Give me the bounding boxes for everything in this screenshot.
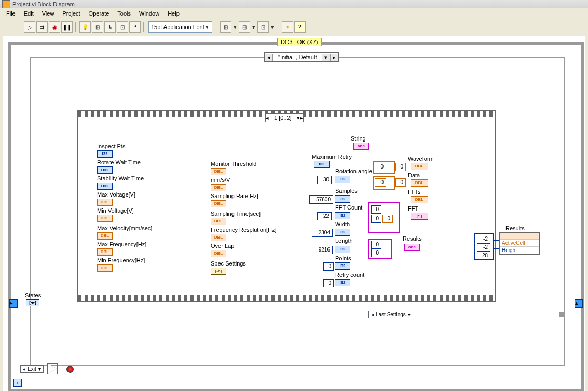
cleanup-button[interactable]: ✦ (282, 21, 293, 33)
term-maxretry[interactable]: I32 (314, 161, 330, 168)
shift-right[interactable]: ▴ (575, 299, 583, 308)
lbl-minv: Min Voltage[V] (97, 207, 134, 214)
term-minv[interactable]: DBL (97, 215, 113, 222)
lbl-spec: Spec Settings (211, 260, 246, 267)
distribute-button[interactable]: ⊟ (239, 21, 250, 33)
case-structure[interactable]: ◂"Initial", Default▾▸ ◂1 [0..2]▾▸ Inspec… (30, 57, 565, 366)
run-cont-button[interactable]: ⇉ (36, 21, 48, 33)
term-data[interactable]: DBL (411, 179, 428, 187)
term-inspect[interactable]: I32 (97, 150, 113, 158)
highlight-button[interactable]: 💡 (79, 21, 91, 33)
lbl-results: Results (505, 225, 525, 231)
case-selector[interactable]: ◂"Initial", Default▾▸ (264, 52, 339, 62)
cluster-results[interactable]: 0 0 (368, 239, 392, 259)
term-maxvel[interactable]: DBL (97, 232, 113, 240)
app-icon (2, 0, 10, 8)
seq-selector[interactable]: ◂1 [0..2]▾▸ (265, 113, 304, 122)
tunnel-right[interactable] (559, 312, 564, 317)
term-stability[interactable]: U32 (97, 183, 113, 190)
local-exit[interactable]: ◂Exit▾ (20, 365, 44, 373)
reorder-button[interactable]: ⊡ (257, 21, 269, 33)
term-ffts[interactable]: DBL (411, 196, 428, 203)
term-samp[interactable]: DBL (211, 200, 226, 207)
term-fft[interactable]: [::] (411, 213, 428, 220)
lbl-ffts: FFTs (408, 189, 420, 195)
const-22[interactable]: 22 (317, 212, 332, 220)
term-points[interactable]: I32 (335, 262, 350, 270)
font-combo[interactable]: 15pt Application Font▾ (148, 21, 212, 33)
term-freq[interactable]: DBL (211, 234, 226, 241)
step-over-button[interactable]: ⊡ (117, 21, 128, 33)
term-rotangle[interactable]: I32 (335, 176, 350, 183)
const-m2b: -2 (477, 243, 490, 252)
const-0p[interactable]: 0 (323, 262, 334, 271)
term-samples[interactable]: I32 (335, 196, 350, 203)
const-57600[interactable]: 57600 (309, 196, 333, 204)
const-9216[interactable]: 9216 (312, 246, 333, 254)
term-minf[interactable]: DBL (97, 264, 113, 272)
toolbar: ▷ ⇉ ◉ ❚❚ 💡 ⊞ ↳ ⊡ ↱ 15pt Application Font… (0, 19, 588, 35)
property-node-results[interactable]: ActiveCell Height (499, 232, 540, 255)
cluster-coords[interactable]: -2 -2 28 (474, 233, 494, 260)
cluster-data-const[interactable]: 0 (373, 176, 395, 190)
const-2304[interactable]: 2304 (312, 229, 333, 237)
film-bottom (78, 295, 495, 301)
term-width[interactable]: I32 (335, 229, 350, 236)
term-length[interactable]: I32 (335, 246, 350, 253)
const-0w[interactable]: 0 (395, 163, 406, 171)
term-rotate[interactable]: U32 (97, 166, 113, 174)
window-title: Project.vi Block Diagram (12, 1, 75, 7)
prop-height[interactable]: Height (500, 247, 539, 254)
term-states[interactable]: [◂▸] (26, 299, 39, 306)
align-button[interactable]: ⊞ (220, 21, 231, 33)
lbl-points: Points (335, 255, 351, 261)
term-string[interactable]: abc (353, 143, 369, 150)
wire-states-v (15, 303, 15, 369)
abort-button[interactable]: ◉ (49, 21, 60, 33)
help-button[interactable]: ? (294, 21, 306, 33)
menu-operate[interactable]: Operate (85, 9, 114, 18)
retain-button[interactable]: ⊞ (92, 21, 103, 33)
term-fftcount[interactable]: I32 (335, 212, 350, 219)
step-into-button[interactable]: ↳ (104, 21, 116, 33)
const-0r[interactable]: 0 (323, 279, 334, 287)
shift-left[interactable]: ▸ (9, 299, 18, 308)
stop-terminal[interactable] (66, 366, 74, 373)
lbl-maxvel: Max Velocity[mm/sec] (97, 225, 152, 231)
menu-file[interactable]: File (2, 9, 20, 18)
const-0d[interactable]: 0 (395, 178, 406, 187)
lbl-retrycnt: Retry count (335, 272, 364, 278)
while-loop[interactable]: DO3 : OK (X7) ▸ ▴ ◂"Initial", Default▾▸ … (8, 42, 584, 391)
iteration-terminal[interactable]: i (13, 379, 22, 387)
wire-states (15, 303, 26, 303)
cluster-waveform-const[interactable]: 0 (373, 161, 395, 174)
menu-help[interactable]: Help (163, 9, 184, 18)
term-waveform[interactable]: DBL (411, 163, 428, 170)
term-retrycnt[interactable]: I32 (335, 279, 350, 286)
pause-button[interactable]: ❚❚ (61, 21, 73, 33)
local-last-settings[interactable]: ◂Last Settings▾ (368, 311, 413, 318)
menu-window[interactable]: Window (135, 9, 163, 18)
term-maxv[interactable]: DBL (97, 199, 113, 206)
prop-activecell[interactable]: ActiveCell (500, 240, 539, 247)
lbl-samples: Samples (335, 188, 358, 194)
const-30[interactable]: 30 (317, 176, 332, 184)
menu-view[interactable]: View (38, 9, 59, 18)
lbl-minf: Min Frequency[Hz] (97, 257, 145, 263)
term-mon[interactable]: DBL (211, 168, 226, 175)
menu-edit[interactable]: Edit (20, 9, 38, 18)
term-stime[interactable]: DBL (211, 218, 226, 225)
step-out-button[interactable]: ↱ (129, 21, 141, 33)
term-mms[interactable]: DBL (211, 184, 226, 191)
menu-project[interactable]: Project (58, 9, 84, 18)
run-button[interactable]: ▷ (24, 21, 35, 33)
lbl-stime: Sampling Time[sec] (211, 211, 261, 217)
term-spec[interactable]: [•a] (211, 268, 226, 275)
stacked-sequence[interactable]: ◂1 [0..2]▾▸ Inspect Pts I32 Rotate Wait … (77, 110, 496, 302)
diagram-canvas[interactable]: DO3 : OK (X7) ▸ ▴ ◂"Initial", Default▾▸ … (3, 36, 585, 391)
term-results-seq[interactable]: abc (404, 244, 420, 251)
cluster-fft[interactable]: 0 0 0 (368, 202, 400, 233)
menu-tools[interactable]: Tools (113, 9, 135, 18)
term-over[interactable]: DBL (211, 250, 226, 257)
term-maxf[interactable]: DBL (97, 248, 113, 256)
